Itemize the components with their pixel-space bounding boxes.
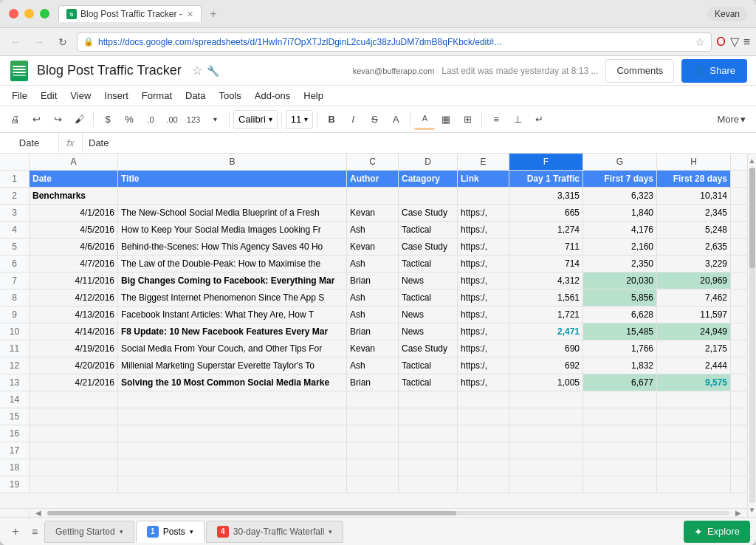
cell-G14[interactable] (583, 391, 657, 408)
cell-C3[interactable]: Kevan (347, 205, 399, 221)
cell-F3[interactable]: 665 (509, 205, 583, 221)
cell-C9[interactable]: Ash (347, 306, 399, 323)
cell-B4[interactable]: How to Keep Your Social Media Images Loo… (118, 222, 347, 238)
cell-C17[interactable] (347, 442, 399, 459)
borders-button[interactable]: ▦ (436, 109, 456, 130)
cell-A12[interactable]: 4/20/2016 (30, 357, 118, 374)
cell-G10[interactable]: 15,485 (583, 323, 657, 340)
cell-D14[interactable] (399, 391, 458, 408)
cell-A10[interactable]: 4/14/2016 (30, 323, 118, 340)
more-button[interactable]: More ▾ (711, 112, 752, 126)
cell-G16[interactable] (583, 425, 657, 442)
opera-icon[interactable]: O (716, 35, 725, 49)
new-tab-button[interactable]: + (205, 5, 222, 23)
sheet-menu-button[interactable]: ≡ (25, 522, 44, 541)
cell-C11[interactable]: Kevan (347, 340, 399, 357)
menu-data[interactable]: Data (179, 89, 211, 103)
cell-D3[interactable]: Case Study (399, 205, 458, 221)
cell-F18[interactable] (509, 459, 583, 476)
cell-H11[interactable]: 2,175 (657, 340, 731, 357)
menu-icon[interactable]: ≡ (743, 35, 750, 49)
cell-E12[interactable]: https:/, (458, 357, 509, 374)
format-number-button[interactable]: 123 (183, 109, 204, 130)
cell-A15[interactable] (30, 408, 118, 425)
horizontal-scrollbar[interactable]: ◀ ▶ (0, 508, 747, 517)
cell-B14[interactable] (118, 391, 347, 408)
cell-G8[interactable]: 5,856 (583, 289, 657, 306)
menu-help[interactable]: Help (298, 89, 329, 103)
cell-reference[interactable]: Date (0, 133, 59, 153)
font-size-selector[interactable]: 11 ▾ (286, 110, 313, 129)
sheet-tab-posts[interactable]: 1 Posts ▾ (136, 521, 205, 543)
cell-B10[interactable]: F8 Update: 10 New Facebook Features Ever… (118, 323, 347, 340)
cell-A6[interactable]: 4/7/2016 (30, 256, 118, 272)
cell-B15[interactable] (118, 408, 347, 425)
cell-B9[interactable]: Facebook Instant Articles: What They Are… (118, 306, 347, 323)
cell-F9[interactable]: 1,721 (509, 306, 583, 323)
bold-button[interactable]: B (321, 109, 342, 130)
cell-A8[interactable]: 4/12/2016 (30, 289, 118, 306)
cell-H8[interactable]: 7,462 (657, 289, 731, 306)
cell-G3[interactable]: 1,840 (583, 205, 657, 221)
cell-D6[interactable]: Tactical (399, 256, 458, 272)
cell-D12[interactable]: Tactical (399, 357, 458, 374)
fill-color-button[interactable]: A (414, 109, 435, 130)
cell-C13[interactable]: Brian (347, 374, 399, 391)
col-header-G[interactable]: G (583, 154, 657, 170)
cell-D11[interactable]: Case Study (399, 340, 458, 357)
cell-D13[interactable]: Tactical (399, 374, 458, 391)
cell-G15[interactable] (583, 408, 657, 425)
browser-tab-active[interactable]: S Blog Post Traffic Tracker - ✕ (58, 5, 202, 22)
menu-file[interactable]: File (6, 89, 33, 103)
cell-H5[interactable]: 2,635 (657, 239, 731, 255)
menu-view[interactable]: View (64, 89, 97, 103)
cell-D18[interactable] (399, 459, 458, 476)
tab-close-icon[interactable]: ✕ (187, 10, 193, 19)
cell-D5[interactable]: Case Study (399, 239, 458, 255)
format-number-dropdown[interactable]: ▾ (205, 109, 225, 130)
cell-B3[interactable]: The New-School Social Media Blueprint of… (118, 205, 347, 221)
comments-button[interactable]: Comments (605, 59, 674, 83)
cell-E5[interactable]: https:/, (458, 239, 509, 255)
cell-B18[interactable] (118, 459, 347, 476)
decimal-increase-button[interactable]: .00 (162, 109, 182, 130)
cell-H16[interactable] (657, 425, 731, 442)
cell-F1[interactable]: Day 1 Traffic (509, 171, 583, 187)
menu-tools[interactable]: Tools (213, 89, 247, 103)
user-profile[interactable]: Kevan (707, 7, 747, 21)
cell-A7[interactable]: 4/11/2016 (30, 272, 118, 289)
redo-button[interactable]: ↪ (47, 109, 68, 130)
cell-E1[interactable]: Link (458, 171, 509, 187)
cell-C12[interactable]: Ash (347, 357, 399, 374)
refresh-button[interactable]: ↻ (53, 32, 72, 52)
cell-H7[interactable]: 20,969 (657, 272, 731, 289)
drive-icon[interactable]: 🔧 (207, 65, 219, 77)
cell-G2[interactable]: 6,323 (583, 188, 657, 204)
col-header-E[interactable]: E (458, 154, 509, 170)
star-icon[interactable]: ☆ (192, 64, 202, 78)
cell-G4[interactable]: 4,176 (583, 222, 657, 238)
cell-A13[interactable]: 4/21/2016 (30, 374, 118, 391)
cell-F10[interactable]: 2,471 (509, 323, 583, 340)
cell-G5[interactable]: 2,160 (583, 239, 657, 255)
cell-C16[interactable] (347, 425, 399, 442)
cell-C19[interactable] (347, 476, 399, 493)
cell-A9[interactable]: 4/13/2016 (30, 306, 118, 323)
cell-H14[interactable] (657, 391, 731, 408)
cell-H13[interactable]: 9,575 (657, 374, 731, 391)
cell-E17[interactable] (458, 442, 509, 459)
cell-H18[interactable] (657, 459, 731, 476)
cell-F13[interactable]: 1,005 (509, 374, 583, 391)
cell-E4[interactable]: https:/, (458, 222, 509, 238)
cell-G13[interactable]: 6,677 (583, 374, 657, 391)
percent-button[interactable]: % (119, 109, 140, 130)
cell-F2[interactable]: 3,315 (509, 188, 583, 204)
col-header-C[interactable]: C (347, 154, 399, 170)
menu-format[interactable]: Format (136, 89, 178, 103)
vertical-scrollbar[interactable]: ▲ ▼ (747, 154, 756, 517)
url-input-field[interactable]: 🔒 https://docs.google.com/spreadsheets/d… (77, 32, 712, 52)
font-selector[interactable]: Calibri ▾ (233, 110, 278, 129)
cell-C15[interactable] (347, 408, 399, 425)
cell-B19[interactable] (118, 476, 347, 493)
forward-button[interactable]: → (30, 32, 49, 52)
